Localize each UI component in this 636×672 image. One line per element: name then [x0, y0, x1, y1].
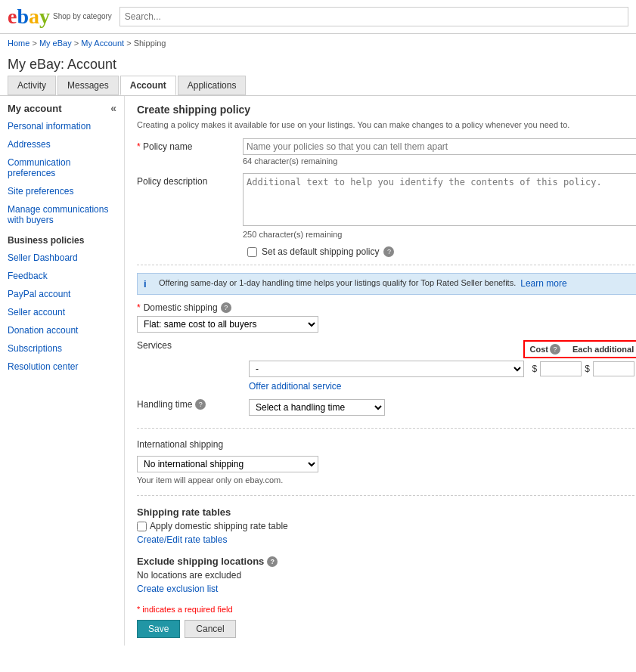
- policy-desc-row: Policy description 250 character(s) rema…: [137, 173, 636, 239]
- domestic-label: * Domestic shipping ?: [137, 302, 636, 313]
- sidebar-item-seller-dashboard[interactable]: Seller Dashboard: [0, 249, 124, 267]
- sidebar-header: My account «: [0, 96, 124, 117]
- divider-3: [137, 495, 636, 496]
- help-icon-cost[interactable]: ?: [550, 344, 560, 355]
- cancel-button[interactable]: Cancel: [185, 620, 235, 638]
- services-section: Services Cost ?: [137, 340, 636, 392]
- header: ebay Shop by category: [0, 0, 636, 34]
- shipping-rate-section: Shipping rate tables Apply domestic ship…: [137, 506, 636, 545]
- breadcrumb-shipping: Shipping: [134, 39, 166, 48]
- apply-domestic-checkbox[interactable]: [137, 522, 147, 531]
- sidebar-item-addresses[interactable]: Addresses: [0, 135, 124, 153]
- apply-domestic-label: Apply domestic shipping rate table: [150, 521, 288, 531]
- create-edit-link[interactable]: Create/Edit rate tables: [137, 534, 227, 545]
- default-policy-row: Set as default shipping policy ?: [137, 246, 636, 257]
- sidebar-item-site-pref[interactable]: Site preferences: [0, 182, 124, 200]
- breadcrumb: Home > My eBay > My Account > Shipping: [0, 34, 636, 52]
- default-policy-label: Set as default shipping policy: [262, 246, 379, 257]
- sidebar-item-seller-account[interactable]: Seller account: [0, 303, 124, 321]
- breadcrumb-myebay[interactable]: My eBay: [39, 39, 72, 48]
- logo-e: e: [8, 5, 17, 29]
- section-desc: Creating a policy makes it available for…: [137, 120, 636, 129]
- handling-label: Handling time ?: [137, 399, 243, 410]
- exclude-title: Exclude shipping locations ?: [137, 556, 636, 567]
- cost-each-highlight: Cost ? Each additional: [523, 340, 636, 358]
- intl-section: International shipping No international …: [137, 439, 636, 485]
- apply-domestic-row: Apply domestic shipping rate table: [137, 521, 636, 531]
- logo-a: a: [29, 5, 39, 29]
- no-locations: No locations are excluded: [137, 570, 636, 581]
- sidebar-item-resolution[interactable]: Resolution center: [0, 358, 124, 376]
- policy-name-control: 64 character(s) remaining: [243, 138, 636, 166]
- cost-header: Cost: [529, 345, 548, 354]
- services-label: Services: [137, 340, 172, 351]
- sidebar-item-subscriptions[interactable]: Subscriptions: [0, 339, 124, 358]
- policy-desc-textarea[interactable]: [243, 173, 636, 226]
- policy-name-input[interactable]: [243, 138, 636, 155]
- help-icon-exclude[interactable]: ?: [267, 556, 278, 567]
- required-note: * indicates a required field: [137, 605, 636, 614]
- handling-time-select[interactable]: Select a handling time Same day 1 busine…: [249, 399, 385, 416]
- form-buttons: Save Cancel: [137, 620, 636, 638]
- policy-name-chars: 64 character(s) remaining: [243, 156, 636, 166]
- default-policy-checkbox[interactable]: [247, 247, 257, 257]
- help-icon-handling[interactable]: ?: [195, 399, 206, 410]
- save-button[interactable]: Save: [137, 620, 180, 638]
- each-additional-input[interactable]: [593, 361, 634, 376]
- intl-label: International shipping: [137, 439, 636, 450]
- sidebar-item-manage-comm[interactable]: Manage communications with buyers: [0, 200, 124, 229]
- offer-additional-link[interactable]: Offer additional service: [249, 381, 342, 392]
- help-icon-default[interactable]: ?: [383, 246, 394, 257]
- tab-applications[interactable]: Applications: [178, 76, 247, 95]
- policy-desc-control: 250 character(s) remaining: [243, 173, 636, 239]
- policy-name-row: * Policy name 64 character(s) remaining: [137, 138, 636, 166]
- sidebar-item-personal[interactable]: Personal information: [0, 117, 124, 135]
- divider-2: [137, 428, 636, 429]
- sidebar-item-feedback[interactable]: Feedback: [0, 267, 124, 285]
- service-select[interactable]: -: [249, 361, 524, 377]
- page-title: My eBay: Account: [0, 52, 636, 76]
- domestic-select[interactable]: Flat: same cost to all buyers Calculated…: [137, 316, 318, 333]
- tabs: Activity Messages Account Applications: [0, 76, 636, 96]
- ebay-logo: ebay Shop by category: [8, 5, 112, 29]
- tab-activity[interactable]: Activity: [8, 76, 56, 95]
- divider-1: [137, 265, 636, 265]
- logo-b1: b: [17, 5, 29, 29]
- search-input[interactable]: [119, 7, 628, 26]
- section-title: Create shipping policy: [137, 104, 636, 116]
- handling-time-row: Handling time ? Select a handling time S…: [137, 399, 636, 416]
- exclude-section: Exclude shipping locations ? No location…: [137, 556, 636, 594]
- shipping-rate-title: Shipping rate tables: [137, 506, 636, 518]
- create-exclusion-link[interactable]: Create exclusion list: [137, 584, 218, 594]
- learn-more-link[interactable]: Learn more: [520, 278, 566, 289]
- breadcrumb-home[interactable]: Home: [8, 39, 29, 48]
- tab-account[interactable]: Account: [120, 76, 176, 95]
- each-additional-header: Each additional: [572, 345, 634, 354]
- main: My account « Personal information Addres…: [0, 96, 636, 646]
- required-star: *: [137, 141, 141, 152]
- required-text: indicates a required field: [142, 605, 232, 614]
- cost-input[interactable]: [540, 361, 582, 376]
- info-text: Offering same-day or 1-day handling time…: [159, 278, 516, 287]
- policy-desc-chars: 250 character(s) remaining: [243, 230, 636, 239]
- info-banner: i Offering same-day or 1-day handling ti…: [137, 273, 636, 295]
- tab-messages[interactable]: Messages: [57, 76, 119, 95]
- policy-name-label: * Policy name: [137, 138, 243, 152]
- sidebar-section-business: Business policies: [0, 229, 124, 249]
- info-icon: i: [144, 278, 154, 290]
- shop-by[interactable]: Shop by category: [53, 12, 112, 21]
- sidebar-collapse-icon[interactable]: «: [110, 102, 116, 114]
- policy-desc-label: Policy description: [137, 173, 243, 187]
- sidebar-item-donation[interactable]: Donation account: [0, 321, 124, 339]
- content: Create shipping policy Creating a policy…: [125, 96, 636, 646]
- sidebar-item-paypal[interactable]: PayPal account: [0, 285, 124, 303]
- intl-select[interactable]: No international shipping Flat: same cos…: [137, 456, 318, 472]
- help-icon-domestic[interactable]: ?: [221, 302, 231, 313]
- breadcrumb-myaccount[interactable]: My Account: [81, 39, 124, 48]
- logo-y: y: [39, 5, 50, 29]
- intl-desc: Your item will appear only on ebay.com.: [137, 475, 636, 485]
- sidebar: My account « Personal information Addres…: [0, 96, 125, 646]
- sidebar-title: My account: [8, 103, 62, 114]
- sidebar-item-communication[interactable]: Communication preferences: [0, 153, 124, 182]
